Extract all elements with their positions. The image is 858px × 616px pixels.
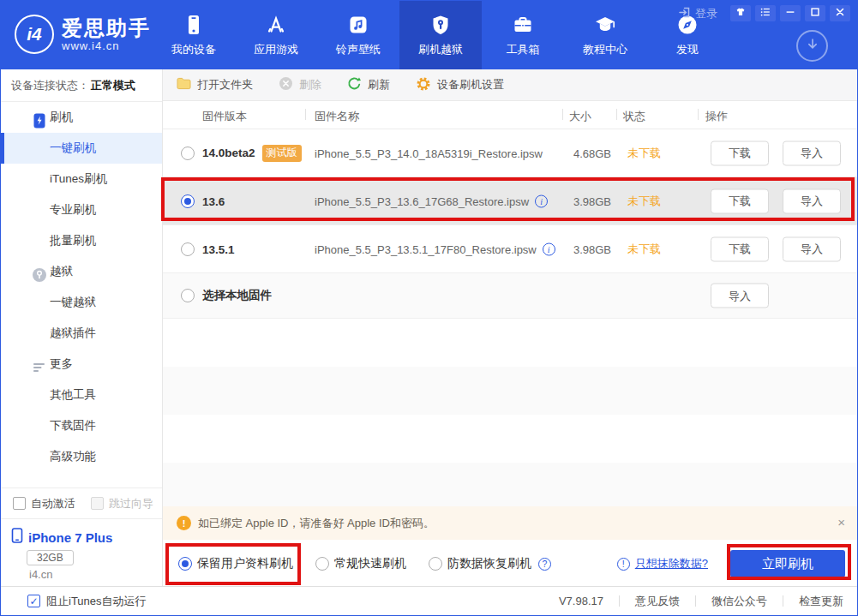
nav-label: 工具箱 <box>507 42 540 57</box>
col-status: 状态 <box>623 109 645 124</box>
radio-button-selected[interactable] <box>181 194 195 208</box>
sidebar-item-download-firmware[interactable]: 下载固件 <box>1 410 162 441</box>
nav-my-devices[interactable]: 我的设备 <box>153 1 235 69</box>
nav-flash-jailbreak[interactable]: 刷机越狱 <box>399 1 482 69</box>
option-keep-user-data[interactable]: 保留用户资料刷机 <box>178 556 293 571</box>
column-separator <box>616 109 617 120</box>
alert-circle-icon: ! <box>617 558 630 571</box>
minimize-button[interactable] <box>780 5 801 21</box>
nav-apps-games[interactable]: 应用游戏 <box>235 1 317 69</box>
maximize-button[interactable] <box>805 5 825 21</box>
radio-button[interactable] <box>181 289 195 302</box>
radio-button[interactable] <box>181 147 195 160</box>
sidebar-item-other-tools[interactable]: 其他工具 <box>1 380 162 410</box>
import-button[interactable]: 导入 <box>783 236 841 261</box>
close-button[interactable] <box>830 5 850 21</box>
shirt-icon <box>735 6 747 21</box>
import-button[interactable]: 导入 <box>783 141 841 165</box>
nav-toolbox[interactable]: 工具箱 <box>482 1 564 69</box>
refresh-button[interactable]: 刷新 <box>347 76 390 93</box>
beta-badge: 测试版 <box>262 145 302 162</box>
sidebar-item-itunes-flash[interactable]: iTunes刷机 <box>1 164 162 194</box>
sidebar-item-label: 更多 <box>50 357 73 370</box>
col-size: 大小 <box>569 109 591 124</box>
theme-skin-button[interactable] <box>730 5 751 21</box>
nav-tutorials[interactable]: 教程中心 <box>564 1 646 69</box>
sidebar-item-batch-flash[interactable]: 批量刷机 <box>1 225 162 256</box>
sidebar-item-more[interactable]: 更多 <box>1 349 162 380</box>
nav-label: 发现 <box>676 42 699 57</box>
nav-label: 我的设备 <box>171 42 216 57</box>
import-button[interactable]: 导入 <box>783 188 841 213</box>
wechat-link[interactable]: 微信公众号 <box>696 594 783 609</box>
feedback-link[interactable]: 意见反馈 <box>620 594 695 609</box>
sidebar-item-label: 其他工具 <box>50 388 96 401</box>
firmware-size: 3.98GB <box>543 242 611 255</box>
sidebar-item-label: 刷机 <box>50 111 73 123</box>
brand-name: 爱思助手 <box>62 17 151 39</box>
sidebar-checkboxes: 自动激活 跳过向导 <box>1 487 162 518</box>
flash-now-button[interactable]: 立即刷机 <box>730 550 845 577</box>
connection-status-value: 正常模式 <box>91 79 135 92</box>
option-label: 保留用户资料刷机 <box>197 556 293 571</box>
download-button[interactable]: 下载 <box>711 141 769 165</box>
option-normal-fast-flash[interactable]: 常规快速刷机 <box>315 556 406 571</box>
download-button[interactable]: 下载 <box>711 236 769 261</box>
open-folder-button[interactable]: 打开文件夹 <box>177 77 253 93</box>
help-question-icon[interactable]: ? <box>538 558 551 571</box>
sidebar-item-pro-flash[interactable]: 专业刷机 <box>1 194 162 225</box>
jailbreak-key-icon <box>32 264 47 279</box>
auto-activate-checkbox[interactable]: 自动激活 <box>13 496 75 511</box>
sidebar-item-advanced-features[interactable]: 高级功能 <box>1 441 162 472</box>
sidebar-item-label: 一键越狱 <box>50 296 96 308</box>
sidebar-item-label: iTunes刷机 <box>50 172 107 185</box>
download-button[interactable]: 下载 <box>711 188 769 213</box>
flash-settings-button[interactable]: 设备刷机设置 <box>416 76 504 94</box>
radio-button[interactable] <box>181 242 195 256</box>
radio-button <box>315 557 329 571</box>
login-button[interactable]: 登录 <box>678 6 717 21</box>
option-label: 常规快速刷机 <box>334 556 406 571</box>
sidebar-item-label: 越狱 <box>50 265 73 278</box>
download-arrow-icon <box>804 36 821 57</box>
sidebar-item-one-click-flash[interactable]: 一键刷机 <box>1 133 162 164</box>
empty-row-stripe <box>163 367 858 415</box>
sidebar-item-one-click-jailbreak[interactable]: 一键越狱 <box>1 287 162 318</box>
refresh-icon <box>347 76 362 93</box>
block-itunes-checkbox[interactable]: ✓ 阻止iTunes自动运行 <box>27 594 147 609</box>
firmware-row-13.5.1: 13.5.1 iPhone_5.5_P3_13.5.1_17F80_Restor… <box>163 225 858 273</box>
login-icon <box>678 6 691 21</box>
firmware-version: 13.6 <box>202 194 225 207</box>
radio-button <box>429 557 442 571</box>
main-panel: 打开文件夹 删除 刷新 设备刷机设置 固件版本 <box>163 69 858 588</box>
warning-icon: ! <box>177 516 191 530</box>
erase-data-link[interactable]: 只想抹除数据? <box>635 556 708 571</box>
apple-id-notice: ! 如已绑定 Apple ID，请准备好 Apple ID和密码。 × <box>163 506 858 540</box>
firmware-name: iPhone_5.5_P3_14.0_18A5319i_Restore.ipsw <box>315 147 543 159</box>
delete-button[interactable]: 删除 <box>279 76 321 93</box>
skip-wizard-checkbox[interactable]: 跳过向导 <box>91 496 153 511</box>
titlebar-controls: 登录 <box>678 5 850 21</box>
sidebar-item-jailbreak-plugins[interactable]: 越狱插件 <box>1 318 162 349</box>
sidebar-item-label: 一键刷机 <box>50 141 96 154</box>
device-capacity-badge: 32GB <box>27 550 74 565</box>
import-button[interactable]: 导入 <box>711 284 769 308</box>
minimize-icon <box>784 6 796 21</box>
sidebar-item-jailbreak[interactable]: 越狱 <box>1 256 162 287</box>
sidebar-item-label: 下载固件 <box>50 419 96 432</box>
option-anti-data-recovery[interactable]: 防数据恢复刷机 <box>429 556 531 571</box>
download-center-button[interactable] <box>796 30 828 62</box>
flash-options-bar: 保留用户资料刷机 常规快速刷机 防数据恢复刷机 ? ! 只想抹除数据? 立即刷机 <box>163 540 858 588</box>
check-update-link[interactable]: 检查更新 <box>783 594 843 609</box>
sidebar-item-flash[interactable]: 刷机 <box>1 102 162 133</box>
nav-ringtones-wallpapers[interactable]: 铃声壁纸 <box>317 1 399 69</box>
firmware-status: 未下载 <box>627 194 661 209</box>
menu-list-button[interactable] <box>755 5 776 21</box>
firmware-size: 3.98GB <box>543 194 611 207</box>
notice-text: 如已绑定 Apple ID，请准备好 Apple ID和密码。 <box>198 516 435 531</box>
delete-label: 删除 <box>299 77 321 93</box>
shield-key-icon <box>429 14 452 36</box>
checkbox-icon <box>91 497 104 510</box>
notice-close-icon[interactable]: × <box>837 515 845 529</box>
col-version: 固件版本 <box>202 109 247 124</box>
